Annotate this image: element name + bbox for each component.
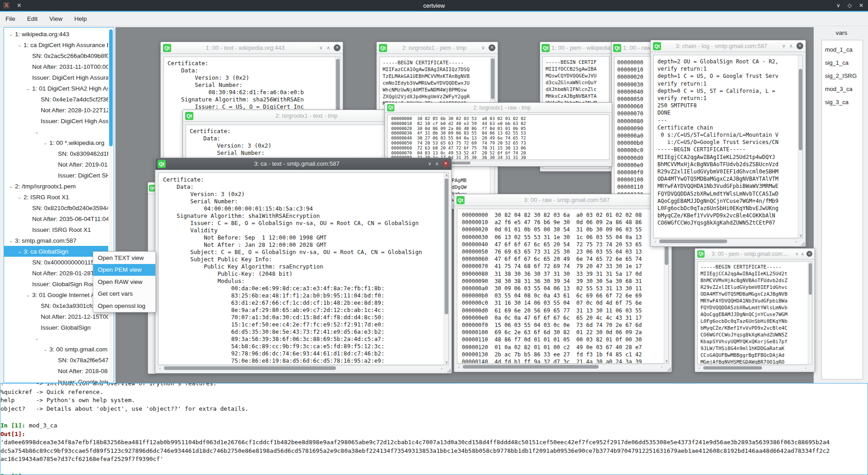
window-titlebar[interactable]: Qt 1: 00 - pem - wikipedia.org:443 xyxy=(540,42,612,54)
horizontal-scrollbar[interactable]: ‹ › xyxy=(654,239,797,243)
pem-view[interactable]: -----BEGIN CERTIFICATE-----MIIEgjCCA2qgA… xyxy=(697,261,812,365)
context-menu-item[interactable]: Open TEXT view xyxy=(93,252,155,264)
close-icon[interactable]: ✕ xyxy=(442,160,449,167)
close-icon[interactable]: ✕ xyxy=(806,251,812,257)
window-titlebar[interactable]: Qt 3: 00 - pem - smtp.gmail.com:... ∨ ∧ … xyxy=(695,249,815,259)
window-titlebar[interactable]: Qt 2: isrgrootx1 - pem - tmp ∨ ✕ xyxy=(377,42,498,54)
resize-grip[interactable] xyxy=(801,241,805,246)
chevron-down-icon[interactable]: ⌄ xyxy=(33,336,41,341)
shade-icon[interactable]: ∨ xyxy=(481,45,485,51)
chevron-down-icon[interactable]: ⌄ xyxy=(7,31,15,37)
menu-item[interactable]: Help xyxy=(74,15,87,22)
window-titlebar[interactable]: Qt 3: 00 - raw - smtp.gmail.com:587 xyxy=(454,194,671,206)
vertical-scrollbar[interactable]: ∧ ∨ xyxy=(444,173,448,365)
tree-row[interactable]: Issuer: GlobalSign xyxy=(4,322,108,333)
vars-list[interactable]: mod_1_casig_1_casig_2_ISRGmod_3_casig_3_… xyxy=(821,40,863,379)
tree-row[interactable]: ⌄ 3: 00 smtp.gmail.com xyxy=(4,344,108,355)
shade-icon[interactable]: ∨ xyxy=(795,251,798,256)
tree-row[interactable]: ⌄ xyxy=(4,126,108,137)
tree-row[interactable]: Not After: 2028-10-22T12:00:00 xyxy=(4,105,108,115)
tree-row[interactable]: SN: 0x8309462d1fea60... xyxy=(4,148,108,159)
system-titlebar[interactable]: X ✛ certview ∨ ◇ ✕ xyxy=(0,0,868,11)
horizontal-scrollbar[interactable]: ‹ › xyxy=(158,365,443,370)
window-titlebar[interactable]: Qt 3: chain - log - smtp.gmail.com:587 ∨… xyxy=(651,40,806,52)
minimize-icon[interactable]: ∨ xyxy=(836,2,840,9)
maximize-icon[interactable]: ∧ xyxy=(801,251,804,256)
window-isrg-raw[interactable]: Qt 2: isrgrootx1 - raw - tmp 00000000 30… xyxy=(384,102,612,167)
tree-row[interactable]: ⌄ 2: ISRG Root X1 xyxy=(4,192,108,202)
certificate-tree-panel[interactable]: ⌄ 1: wikipedia.org:443 ⌄ 1: ca DigiCert … xyxy=(4,27,114,383)
console-in2-line[interactable]: In [2]: xyxy=(0,472,868,475)
maximize-icon[interactable]: ∧ xyxy=(789,43,793,49)
close-icon[interactable]: ✕ xyxy=(796,43,803,49)
tree-row[interactable]: SN: 0x2ac5c266a0b409b8f0b79f2... xyxy=(4,50,108,61)
tree-row[interactable]: ⌄ 1: ca DigiCert High Assurance EV Ro... xyxy=(4,39,108,50)
tree-row[interactable]: ⌄ 3: smtp.gmail.com:587 xyxy=(4,235,108,246)
tree-row[interactable]: ⌄ 1: 01 DigiCert SHA2 High Assuran... xyxy=(4,83,108,94)
horizontal-scrollbar[interactable]: ‹ › xyxy=(457,364,663,369)
tree-row[interactable]: Issuer: DigiCert SHA2 H... xyxy=(4,170,108,181)
tree-row[interactable]: ⌄ xyxy=(4,333,108,344)
menu-item[interactable]: Edit xyxy=(27,15,38,22)
chevron-down-icon[interactable]: ⌄ xyxy=(7,238,15,244)
text-view[interactable]: Certificate: Data: Version: 3 (0x2) Seri… xyxy=(158,173,449,365)
shade-icon[interactable]: ∨ xyxy=(428,161,432,167)
shade-icon[interactable]: ∨ xyxy=(782,43,786,49)
tree-row[interactable]: Not After: 2018-08-16T0... xyxy=(4,365,108,376)
window-titlebar[interactable]: Qt 2: isrgrootx1 - raw - tmp xyxy=(385,103,612,113)
maximize-icon[interactable]: ∧ xyxy=(435,161,439,167)
list-item[interactable]: sig_3_ca xyxy=(822,96,863,109)
context-menu-item[interactable]: Get cert vars xyxy=(93,288,155,300)
window-ca-text[interactable]: Qt 3: ca - text - smtp.gmail.com:587 ∨ ∧… xyxy=(155,158,452,374)
chevron-down-icon[interactable]: ⌄ xyxy=(24,86,32,91)
chevron-down-icon[interactable]: ⌄ xyxy=(41,346,49,352)
ipython-console[interactable]: ? -> Introduction and overview of IPytho… xyxy=(0,383,868,475)
window-chain-log[interactable]: Qt 3: chain - log - smtp.gmail.com:587 ∨… xyxy=(650,40,806,247)
tree-row[interactable]: Not After: 2021-12-15T00:00:42 xyxy=(4,311,108,322)
tree-row[interactable]: Not After: 2019-01-24T1... xyxy=(4,159,108,170)
tree-row[interactable]: SN: 0x78a2f6e54776b69e3... xyxy=(4,355,108,365)
hex-view[interactable]: 00000000 30 82 04 82 30 82 03 6a a0 03 0… xyxy=(457,209,669,364)
horizontal-scrollbar[interactable]: ‹ › xyxy=(698,365,807,369)
tree-row[interactable]: Issuer: Google Inte... xyxy=(4,376,108,383)
list-item[interactable]: mod_3_ca xyxy=(822,82,863,96)
chevron-down-icon[interactable]: ⌄ xyxy=(15,194,24,200)
window-smtp-raw[interactable]: Qt 3: 00 - raw - smtp.gmail.com:587 0000… xyxy=(454,194,672,372)
context-menu-item[interactable]: Open RAW view xyxy=(93,276,155,288)
tree-row[interactable]: SN: 0x4e1e7a4dc5cf2f36dc02b... xyxy=(4,94,108,105)
window-titlebar[interactable]: Qt 3: ca - text - smtp.gmail.com:587 ∨ ∧… xyxy=(155,158,451,170)
list-item[interactable]: mod_1_ca xyxy=(822,43,863,56)
chevron-down-icon[interactable]: ⌄ xyxy=(33,129,41,135)
menu-item[interactable]: File xyxy=(5,15,15,22)
tree-row[interactable]: SN: 0x8210cfb0d240e3594463e0b... xyxy=(4,202,108,213)
window-titlebar[interactable]: Qt 1: 00 - text - wikipedia.org:443 ∨ ∧ … xyxy=(161,42,343,54)
tree-scrollbar[interactable] xyxy=(109,29,113,382)
list-item[interactable]: sig_1_ca xyxy=(822,56,863,69)
context-menu-item[interactable]: Open PEM view xyxy=(93,264,155,276)
vertical-scrollbar[interactable] xyxy=(808,262,812,364)
resize-grip[interactable] xyxy=(667,367,671,371)
tree-row[interactable]: ⌄ 2: /tmp/isrgrootx1.pem xyxy=(4,181,108,192)
maximize-icon[interactable]: ∧ xyxy=(326,45,330,51)
close-icon[interactable]: ✕ xyxy=(489,44,495,51)
tree-row[interactable]: Issuer: ISRG Root X1 xyxy=(4,224,108,235)
cert-tree[interactable]: ⌄ 1: wikipedia.org:443 ⌄ 1: ca DigiCert … xyxy=(4,29,108,383)
close-icon[interactable]: ✕ xyxy=(334,44,340,51)
shade-icon[interactable]: ∨ xyxy=(319,45,323,51)
chevron-down-icon[interactable]: ⌄ xyxy=(24,292,32,298)
tree-row[interactable]: Not After: 2031-11-10T00:00:00 xyxy=(4,61,108,72)
log-view[interactable]: depth=2 OU = GlobalSign Root CA - R2,ver… xyxy=(653,55,803,238)
menu-item[interactable]: View xyxy=(49,15,62,22)
chevron-down-icon[interactable]: ⌄ xyxy=(41,140,49,146)
hex-view[interactable]: 00000000 30 82 05 6b 30 82 03 53 a0 03 0… xyxy=(387,115,609,160)
tree-row[interactable]: Issuer: DigiCert High Assurance E... xyxy=(4,72,108,83)
chevron-down-icon[interactable]: ⌄ xyxy=(7,183,15,189)
chevron-down-icon[interactable]: ⌄ xyxy=(15,249,24,254)
vertical-scrollbar[interactable]: ∨ xyxy=(798,55,802,238)
resize-grip[interactable] xyxy=(446,368,451,373)
tree-row[interactable]: Not After: 2035-06-04T11:04:38 xyxy=(4,213,108,224)
chevron-down-icon[interactable]: ⌄ xyxy=(15,42,24,48)
close-icon[interactable]: ✕ xyxy=(859,2,863,9)
window-smtp-pem[interactable]: Qt 3: 00 - pem - smtp.gmail.com:... ∨ ∧ … xyxy=(695,248,815,372)
context-menu-item[interactable]: Open openssl log xyxy=(93,300,155,312)
